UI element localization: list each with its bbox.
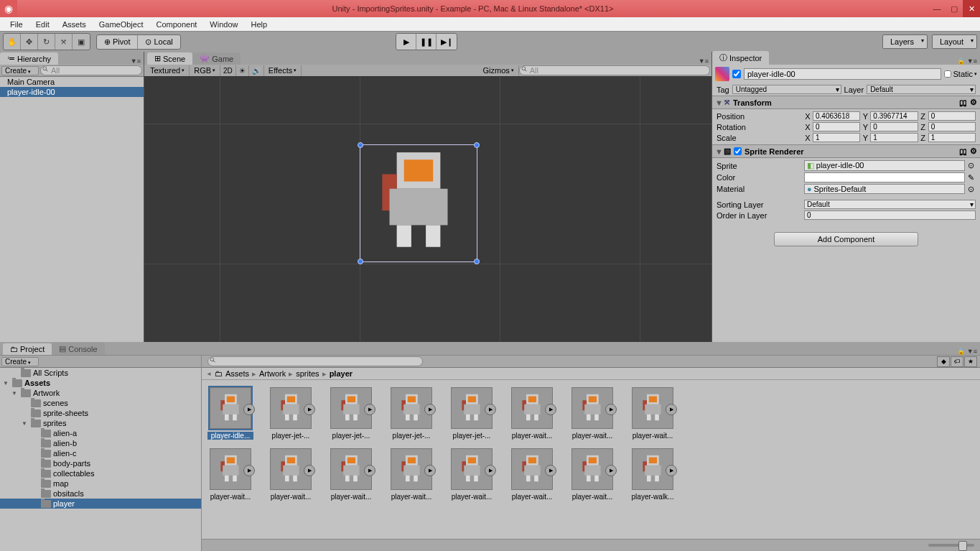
asset-item[interactable]: ▶player-wait... (509, 387, 555, 440)
asset-item[interactable]: ▶player-wait... (569, 387, 615, 440)
pivot-toggle[interactable]: ⊕Pivot ⊙Local (96, 34, 181, 50)
asset-item[interactable]: ▶player-wait... (569, 448, 615, 501)
tree-item[interactable]: map (0, 478, 201, 489)
breadcrumb-item[interactable]: sprites (296, 369, 319, 378)
gear-icon[interactable]: ⚙ (970, 98, 977, 107)
asset-item[interactable]: ▶player-jet-... (449, 387, 495, 440)
gameobject-name-field[interactable]: player-idle-00 (744, 68, 941, 80)
expand-icon[interactable]: ▶ (666, 465, 677, 476)
tree-item[interactable]: alien-c (0, 448, 201, 458)
menu-assets[interactable]: Assets (57, 19, 92, 30)
sprite-selection-box[interactable] (360, 144, 477, 262)
close-button[interactable]: ✕ (963, 0, 980, 17)
expand-icon[interactable]: ▶ (485, 465, 496, 476)
maximize-button[interactable]: ▢ (946, 0, 963, 17)
expand-icon[interactable]: ▶ (666, 404, 677, 415)
hierarchy-search[interactable]: All (40, 65, 142, 75)
asset-item[interactable]: ▶player-wait... (449, 448, 495, 501)
tree-item[interactable]: ▼Artwork (0, 388, 201, 398)
tree-item[interactable]: All Scripts (0, 368, 201, 378)
menu-component[interactable]: Component (150, 19, 202, 30)
layout-dropdown[interactable]: Layout (932, 34, 977, 49)
color-field[interactable] (804, 172, 965, 182)
menu-edit[interactable]: Edit (30, 19, 55, 30)
layer-dropdown[interactable]: Default (867, 85, 976, 94)
menu-file[interactable]: File (4, 19, 29, 30)
play-button[interactable]: ▶ (396, 34, 416, 50)
thumbnail-size-slider[interactable] (928, 544, 974, 547)
breadcrumb-item[interactable]: Artwork (259, 369, 286, 378)
sprite-field[interactable]: ◧ player-idle-00 (804, 160, 965, 171)
asset-item[interactable]: ▶player-idle... (207, 387, 253, 440)
expand-icon[interactable]: ▶ (364, 465, 375, 476)
effects-dropdown[interactable]: Effects ▾ (264, 65, 302, 76)
sorting-layer-dropdown[interactable]: Default (804, 200, 976, 209)
game-tab[interactable]: 👾Game (192, 52, 241, 65)
order-in-layer-field[interactable]: 0 (804, 210, 976, 220)
scale-z-field[interactable]: 1 (928, 133, 976, 142)
layers-dropdown[interactable]: Layers (882, 34, 928, 49)
expand-icon[interactable]: ▶ (545, 404, 556, 415)
asset-item[interactable]: ▶player-jet-... (388, 387, 434, 440)
asset-item[interactable]: ▶player-wait... (328, 448, 374, 501)
save-search-icon[interactable]: ★ (964, 356, 977, 367)
object-picker-icon[interactable]: ⊙ (966, 185, 976, 194)
tag-dropdown[interactable]: Untagged (732, 85, 841, 94)
expand-icon[interactable]: ▶ (304, 465, 315, 476)
panel-menu-icon[interactable]: ▼≡ (128, 57, 144, 65)
scale-tool[interactable]: ⤧ (55, 34, 73, 50)
panel-lock-icon[interactable]: 🔒 ▼≡ (954, 57, 980, 65)
add-component-button[interactable]: Add Component (774, 232, 919, 246)
asset-item[interactable]: ▶player-wait... (268, 448, 314, 501)
tree-item[interactable]: alien-a (0, 428, 201, 438)
hierarchy-tab[interactable]: ≔Hierarchy (0, 52, 58, 65)
rotation-x-field[interactable]: 0 (813, 122, 860, 131)
panel-lock-icon[interactable]: 🔒 ▼≡ (954, 348, 980, 355)
rotate-tool[interactable]: ↻ (38, 34, 55, 50)
gameobject-active-checkbox[interactable] (732, 70, 741, 78)
project-create-button[interactable]: Create (1, 357, 39, 366)
scene-tab[interactable]: ⊞Scene (147, 52, 192, 65)
rendermode-dropdown[interactable]: RGB ▾ (190, 65, 220, 76)
search-by-type-icon[interactable]: ◆ (937, 356, 950, 367)
expand-icon[interactable]: ▶ (243, 465, 255, 476)
sprite-renderer-enabled-checkbox[interactable] (734, 147, 742, 155)
scene-search[interactable]: All (519, 65, 710, 75)
breadcrumb-item[interactable]: player (330, 369, 353, 378)
tree-item[interactable]: alien-b (0, 438, 201, 448)
gear-icon[interactable]: ⚙ (970, 147, 977, 156)
help-icon[interactable]: 🕮 (959, 147, 967, 156)
tree-item[interactable]: ▼Assets (0, 378, 201, 388)
expand-icon[interactable]: ▶ (364, 404, 375, 415)
hierarchy-item[interactable]: Main Camera (0, 77, 144, 87)
move-tool[interactable]: ✥ (21, 34, 38, 50)
project-tab[interactable]: 🗀Project (3, 343, 52, 355)
menu-help[interactable]: Help (245, 19, 273, 30)
expand-icon[interactable]: ▶ (545, 465, 556, 476)
material-field[interactable]: ● Sprites-Default (804, 184, 965, 194)
2d-toggle[interactable]: 2D (220, 65, 236, 76)
gizmos-dropdown[interactable]: Gizmos ▾ (479, 65, 519, 76)
asset-item[interactable]: ▶player-jet-... (328, 387, 374, 440)
asset-item[interactable]: ▶player-wait... (207, 448, 253, 501)
tree-item[interactable]: obsitacls (0, 489, 201, 499)
position-x-field[interactable]: 0.4063618 (813, 111, 860, 121)
help-icon[interactable]: 🕮 (959, 98, 967, 107)
breadcrumb-item[interactable]: Assets (225, 369, 249, 378)
asset-item[interactable]: ▶player-jet-... (268, 387, 314, 440)
lighting-toggle[interactable]: ☀ (236, 65, 249, 76)
tree-item[interactable]: body-parts (0, 458, 201, 468)
expand-icon[interactable]: ▶ (605, 404, 617, 415)
expand-icon[interactable]: ▶ (424, 404, 436, 415)
rotation-z-field[interactable]: 0 (928, 122, 976, 131)
tree-item[interactable]: collectables (0, 468, 201, 478)
scale-y-field[interactable]: 1 (870, 133, 918, 142)
sprite-renderer-header[interactable]: ▼ ▧ Sprite Renderer 🕮 ⚙ (712, 144, 980, 158)
scale-x-field[interactable]: 1 (813, 133, 860, 142)
project-search[interactable] (207, 356, 423, 366)
tree-item[interactable]: sprite-sheets (0, 408, 201, 418)
transform-component-header[interactable]: ▼ ⤧ Transform 🕮 ⚙ (712, 96, 980, 109)
panel-menu-icon[interactable]: ▼≡ (696, 57, 711, 65)
inspector-tab[interactable]: ⓘInspector (712, 51, 769, 65)
audio-toggle[interactable]: 🔊 (249, 65, 264, 76)
